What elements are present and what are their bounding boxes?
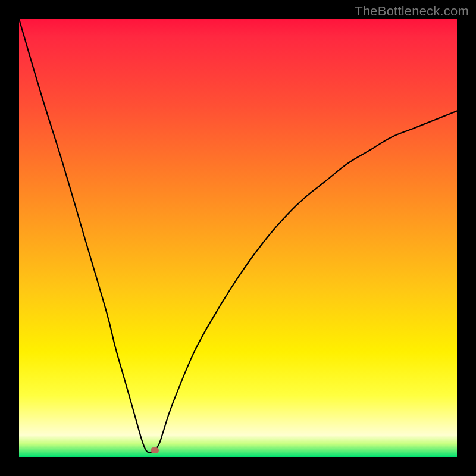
chart-frame: TheBottleneck.com — [0, 0, 476, 476]
curve-svg — [19, 19, 457, 457]
watermark-text: TheBottleneck.com — [355, 4, 469, 19]
bottleneck-curve — [19, 19, 457, 453]
plot-area — [19, 19, 457, 457]
optimal-point-marker — [151, 447, 159, 453]
